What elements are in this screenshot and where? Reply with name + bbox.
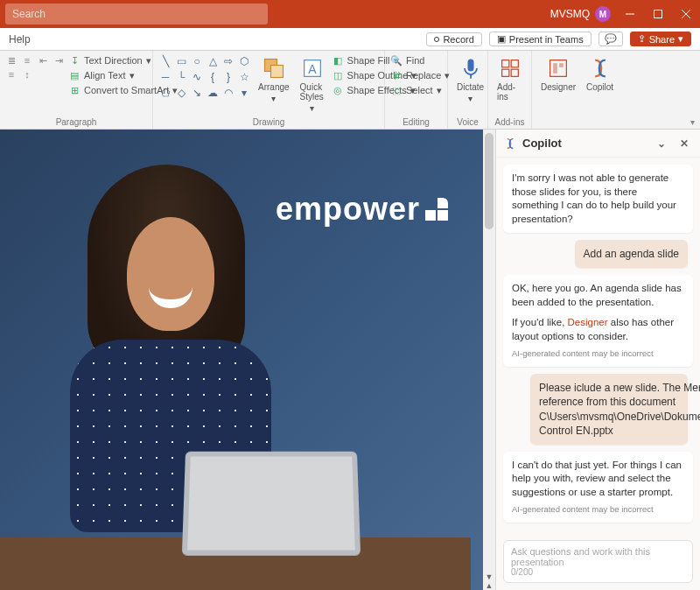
group-label: Drawing	[158, 116, 379, 127]
record-button[interactable]: Record	[426, 32, 481, 46]
copilot-panel: Copilot ⌄ ✕ I'm sorry I was not able to …	[495, 130, 700, 590]
minimize-button[interactable]	[616, 0, 644, 28]
shape-star-icon: ☆	[237, 70, 251, 84]
increase-indent-icon: ⇥	[52, 54, 65, 67]
slide-area: empower ▼▲	[0, 130, 495, 590]
copilot-title: Copilot	[522, 137, 562, 150]
chevron-down-icon: ▾	[437, 85, 442, 96]
collapse-ribbon-button[interactable]: ▾	[690, 117, 695, 127]
arrange-icon	[262, 56, 286, 81]
group-copilot: Copilot	[578, 51, 621, 129]
group-paragraph: ≣≡⇤⇥ ≡↕ ↧Text Direction ▾ ▤Align Text ▾ …	[0, 51, 153, 129]
assistant-message: I'm sorry I was not able to generate tho…	[503, 165, 693, 233]
select-button[interactable]: ⬚Select ▾	[390, 84, 450, 96]
chevron-down-icon: ▾	[468, 94, 472, 103]
panel-menu-button[interactable]: ⌄	[653, 135, 670, 152]
group-editing: 🔍Find ⇄Replace ▾ ⬚Select ▾ Editing	[385, 51, 448, 129]
shape-triangle-icon: △	[206, 54, 220, 68]
slide-canvas[interactable]: empower	[0, 130, 483, 590]
group-label: Paragraph	[5, 116, 147, 127]
microphone-icon	[458, 56, 483, 81]
shape-circle-icon: ○	[190, 54, 204, 68]
text-direction-icon: ↧	[68, 54, 80, 67]
copilot-prompt-input[interactable]: Ask questions and work with this present…	[503, 540, 693, 583]
avatar: M	[595, 6, 611, 22]
slide-logo: empower	[276, 191, 448, 228]
share-button[interactable]: ⇪Share ▾	[630, 32, 691, 46]
prompt-placeholder: Ask questions and work with this present…	[511, 546, 685, 567]
ai-disclaimer: AI-generated content may be incorrect	[512, 504, 684, 516]
record-icon	[434, 37, 439, 42]
group-label: Editing	[390, 116, 442, 127]
shape-line2-icon: ─	[158, 70, 172, 84]
shape-brace2-icon: }	[221, 70, 235, 84]
quick-styles-icon: A	[300, 56, 325, 81]
scroll-down-button[interactable]: ▼▲	[483, 572, 495, 590]
dictate-button[interactable]: Dictate▾	[453, 54, 487, 105]
find-button[interactable]: 🔍Find	[390, 54, 450, 67]
shape-arrow-icon: ⇨	[221, 54, 235, 68]
close-button[interactable]	[672, 0, 700, 28]
replace-icon: ⇄	[390, 69, 402, 81]
search-input[interactable]: Search	[5, 4, 268, 25]
user-message: Add an agenda slide	[575, 240, 688, 268]
align-left-icon: ≡	[5, 68, 18, 81]
ai-disclaimer: AI-generated content may be incorrect	[512, 348, 684, 360]
assistant-message: OK, here you go. An agenda slide has bee…	[503, 275, 693, 367]
title-bar: Search MVSMQ M	[0, 0, 700, 28]
svg-rect-8	[467, 60, 473, 72]
chat-thread[interactable]: I'm sorry I was not able to generate tho…	[496, 158, 700, 535]
copilot-ribbon-button[interactable]: Copilot	[583, 54, 617, 94]
shape-rect-icon: ▭	[174, 54, 188, 68]
numbering-icon: ≡	[21, 54, 33, 67]
copilot-input-area: Ask questions and work with this present…	[496, 535, 700, 590]
panel-close-button[interactable]: ✕	[676, 135, 693, 152]
scroll-thumb[interactable]	[485, 133, 494, 229]
shape-brace-icon: {	[206, 70, 220, 84]
svg-text:A: A	[308, 62, 317, 76]
present-in-teams-button[interactable]: ▣Present in Teams	[489, 32, 592, 46]
ribbon-tabs: Help Record ▣Present in Teams 💬 ⇪Share ▾	[0, 28, 700, 51]
comment-icon: 💬	[605, 33, 617, 45]
bullets-icon: ≣	[5, 54, 18, 67]
chevron-down-icon: ▾	[310, 103, 314, 113]
tab-help[interactable]: Help	[9, 33, 31, 46]
replace-button[interactable]: ⇄Replace ▾	[390, 69, 450, 81]
comments-button[interactable]: 💬	[598, 32, 623, 46]
line-spacing-icon: ↕	[21, 68, 33, 81]
designer-icon	[546, 56, 570, 81]
quick-styles-button[interactable]: A Quick Styles ▾	[297, 54, 328, 115]
svg-rect-14	[550, 60, 567, 77]
group-addins: Add-ins Add-ins	[488, 51, 532, 129]
shapes-gallery[interactable]: ╲ ▭ ○ △ ⇨ ⬡ ─ └ ∿ { } ☆ ⬠ ◇ ↘ ☁ ◠ ▾	[158, 54, 251, 100]
chevron-down-icon: ▾	[271, 94, 276, 103]
svg-rect-13	[511, 69, 518, 76]
maximize-button[interactable]	[644, 0, 672, 28]
designer-button[interactable]: Designer	[537, 54, 579, 94]
designer-link[interactable]: Designer	[568, 317, 608, 327]
list-indent-buttons[interactable]: ≣≡⇤⇥ ≡↕	[5, 54, 65, 81]
group-label: Voice	[453, 116, 482, 127]
user-message: Please iclude a new slide. The Merck ref…	[530, 374, 688, 445]
svg-rect-11	[511, 60, 518, 67]
laptop-graphic	[158, 450, 385, 590]
group-designer: Designer	[532, 51, 578, 129]
shape-cloud-icon: ☁	[206, 86, 220, 100]
shape-arrow2-icon: ↘	[190, 86, 204, 100]
chevron-down-icon: ▾	[678, 33, 683, 45]
arrange-button[interactable]: Arrange ▾	[255, 54, 293, 105]
find-icon: 🔍	[390, 54, 402, 67]
select-icon: ⬚	[390, 84, 402, 96]
shape-more-icon: ▾	[237, 86, 251, 100]
addins-button[interactable]: Add-ins	[494, 54, 526, 103]
teams-icon: ▣	[497, 33, 506, 45]
search-placeholder: Search	[12, 8, 46, 20]
logo-mark-icon	[425, 198, 448, 221]
char-counter: 0/200	[511, 567, 685, 577]
svg-rect-12	[501, 69, 508, 76]
account-button[interactable]: MVSMQ M	[550, 6, 611, 22]
shape-hex-icon: ⬡	[237, 54, 251, 68]
group-voice: Dictate▾ Voice	[448, 51, 488, 129]
svg-rect-1	[654, 11, 662, 18]
smartart-icon: ⊞	[68, 84, 80, 96]
